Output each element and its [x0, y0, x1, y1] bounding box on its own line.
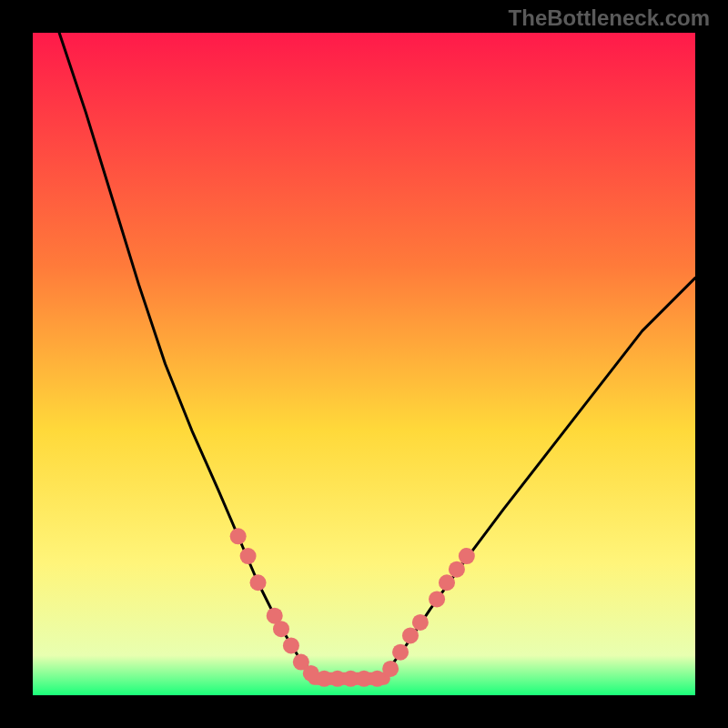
data-marker [369, 671, 386, 687]
bottleneck-chart [0, 0, 728, 728]
chart-container: TheBottleneck.com [0, 0, 728, 728]
plot-background [33, 33, 695, 695]
data-marker [429, 591, 445, 607]
data-marker [459, 548, 475, 564]
data-marker [283, 637, 299, 653]
data-marker [449, 561, 465, 578]
data-marker [439, 574, 455, 591]
data-marker [230, 528, 247, 544]
data-marker [273, 621, 289, 637]
watermark-text: TheBottleneck.com [509, 5, 710, 31]
data-marker [382, 661, 399, 677]
data-marker [402, 627, 419, 643]
data-marker [392, 644, 409, 661]
data-marker [250, 574, 267, 591]
data-marker [240, 548, 257, 564]
data-marker [412, 614, 429, 631]
